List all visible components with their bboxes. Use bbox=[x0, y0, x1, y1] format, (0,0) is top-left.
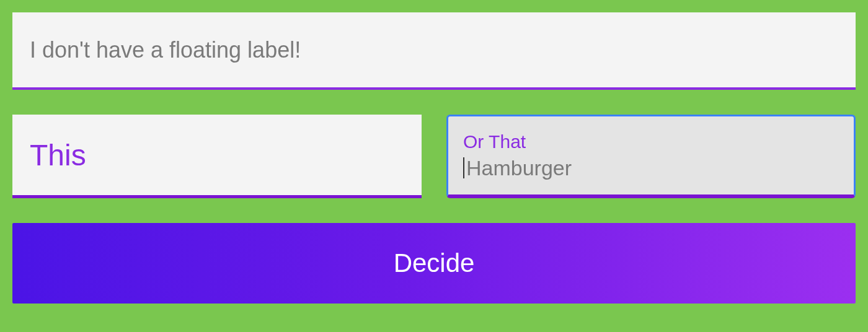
or-that-placeholder: Hamburger bbox=[466, 156, 572, 180]
this-input[interactable]: This bbox=[12, 115, 422, 198]
no-floating-label-input[interactable]: I don't have a floating label! bbox=[12, 12, 856, 90]
or-that-floating-label: Or That bbox=[463, 131, 839, 152]
this-label: This bbox=[30, 138, 86, 172]
or-that-input[interactable]: Or That Hamburger bbox=[446, 115, 856, 198]
text-cursor-icon bbox=[463, 157, 464, 178]
no-floating-label-placeholder: I don't have a floating label! bbox=[30, 37, 301, 63]
decide-button-label: Decide bbox=[394, 248, 475, 278]
decide-button[interactable]: Decide bbox=[12, 223, 856, 304]
